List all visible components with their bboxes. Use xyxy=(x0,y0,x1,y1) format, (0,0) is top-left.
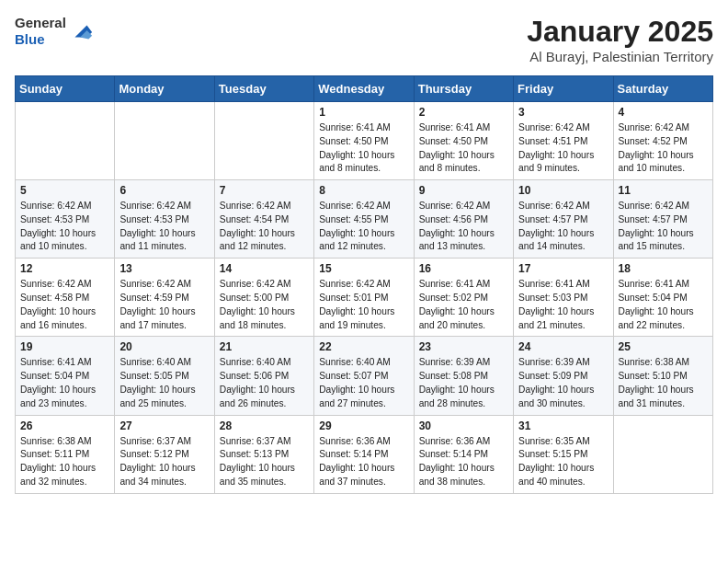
calendar-day-cell: 5Sunrise: 6:42 AM Sunset: 4:53 PM Daylig… xyxy=(16,180,115,259)
day-number: 21 xyxy=(220,340,309,353)
calendar-header-row: SundayMondayTuesdayWednesdayThursdayFrid… xyxy=(16,76,713,102)
calendar-week-row: 5Sunrise: 6:42 AM Sunset: 4:53 PM Daylig… xyxy=(16,180,713,259)
weekday-header: Tuesday xyxy=(214,76,313,102)
day-detail: Sunrise: 6:42 AM Sunset: 4:58 PM Dayligh… xyxy=(20,278,109,332)
day-detail: Sunrise: 6:42 AM Sunset: 4:59 PM Dayligh… xyxy=(119,278,209,332)
calendar-day-cell: 3Sunrise: 6:42 AM Sunset: 4:51 PM Daylig… xyxy=(514,102,613,180)
logo: General Blue xyxy=(15,15,94,48)
day-number: 7 xyxy=(220,184,309,197)
calendar-day-cell: 26Sunrise: 6:38 AM Sunset: 5:11 PM Dayli… xyxy=(16,415,115,493)
day-detail: Sunrise: 6:41 AM Sunset: 5:02 PM Dayligh… xyxy=(419,278,508,332)
day-detail: Sunrise: 6:38 AM Sunset: 5:10 PM Dayligh… xyxy=(619,356,708,410)
page-header: General Blue January 2025 Al Burayj, Pal… xyxy=(15,15,713,64)
day-number: 18 xyxy=(619,262,708,275)
calendar-day-cell: 19Sunrise: 6:41 AM Sunset: 5:04 PM Dayli… xyxy=(16,337,115,415)
day-detail: Sunrise: 6:38 AM Sunset: 5:11 PM Dayligh… xyxy=(20,435,109,489)
day-detail: Sunrise: 6:40 AM Sunset: 5:05 PM Dayligh… xyxy=(119,356,209,410)
day-number: 9 xyxy=(419,184,508,197)
day-number: 17 xyxy=(518,262,608,275)
day-detail: Sunrise: 6:40 AM Sunset: 5:06 PM Dayligh… xyxy=(220,356,309,410)
logo-general: General xyxy=(15,15,66,30)
calendar-title: January 2025 xyxy=(527,15,713,49)
calendar-day-cell: 12Sunrise: 6:42 AM Sunset: 4:58 PM Dayli… xyxy=(16,259,115,337)
calendar-day-cell: 22Sunrise: 6:40 AM Sunset: 5:07 PM Dayli… xyxy=(314,337,414,415)
calendar-day-cell xyxy=(16,102,115,180)
calendar-day-cell: 30Sunrise: 6:36 AM Sunset: 5:14 PM Dayli… xyxy=(414,415,513,493)
logo-blue: Blue xyxy=(15,31,45,47)
calendar-day-cell: 31Sunrise: 6:35 AM Sunset: 5:15 PM Dayli… xyxy=(514,415,613,493)
calendar-day-cell: 16Sunrise: 6:41 AM Sunset: 5:02 PM Dayli… xyxy=(414,259,513,337)
day-number: 6 xyxy=(119,184,209,197)
calendar-day-cell: 28Sunrise: 6:37 AM Sunset: 5:13 PM Dayli… xyxy=(214,415,313,493)
calendar-day-cell: 20Sunrise: 6:40 AM Sunset: 5:05 PM Dayli… xyxy=(115,337,214,415)
day-detail: Sunrise: 6:41 AM Sunset: 5:03 PM Dayligh… xyxy=(518,278,608,332)
day-detail: Sunrise: 6:42 AM Sunset: 4:57 PM Dayligh… xyxy=(619,200,708,254)
day-detail: Sunrise: 6:42 AM Sunset: 4:53 PM Dayligh… xyxy=(119,200,209,254)
day-detail: Sunrise: 6:41 AM Sunset: 5:04 PM Dayligh… xyxy=(20,356,109,410)
day-number: 3 xyxy=(518,106,608,119)
day-detail: Sunrise: 6:42 AM Sunset: 5:00 PM Dayligh… xyxy=(220,278,309,332)
day-detail: Sunrise: 6:37 AM Sunset: 5:13 PM Dayligh… xyxy=(220,435,309,489)
calendar-day-cell: 29Sunrise: 6:36 AM Sunset: 5:14 PM Dayli… xyxy=(314,415,414,493)
day-number: 10 xyxy=(518,184,608,197)
calendar-day-cell: 4Sunrise: 6:42 AM Sunset: 4:52 PM Daylig… xyxy=(613,102,712,180)
day-detail: Sunrise: 6:42 AM Sunset: 4:53 PM Dayligh… xyxy=(20,200,109,254)
day-detail: Sunrise: 6:35 AM Sunset: 5:15 PM Dayligh… xyxy=(518,435,608,489)
calendar-day-cell: 1Sunrise: 6:41 AM Sunset: 4:50 PM Daylig… xyxy=(314,102,414,180)
day-detail: Sunrise: 6:36 AM Sunset: 5:14 PM Dayligh… xyxy=(319,435,408,489)
day-detail: Sunrise: 6:37 AM Sunset: 5:12 PM Dayligh… xyxy=(119,435,209,489)
logo-icon xyxy=(68,18,94,44)
day-detail: Sunrise: 6:42 AM Sunset: 4:56 PM Dayligh… xyxy=(419,200,508,254)
weekday-header: Friday xyxy=(514,76,613,102)
day-number: 28 xyxy=(220,419,309,432)
day-detail: Sunrise: 6:40 AM Sunset: 5:07 PM Dayligh… xyxy=(319,356,408,410)
day-detail: Sunrise: 6:42 AM Sunset: 4:54 PM Dayligh… xyxy=(220,200,309,254)
weekday-header: Monday xyxy=(115,76,214,102)
day-number: 29 xyxy=(319,419,408,432)
day-detail: Sunrise: 6:42 AM Sunset: 4:51 PM Dayligh… xyxy=(518,121,608,176)
day-detail: Sunrise: 6:39 AM Sunset: 5:08 PM Dayligh… xyxy=(419,356,508,410)
calendar-week-row: 12Sunrise: 6:42 AM Sunset: 4:58 PM Dayli… xyxy=(16,259,713,337)
day-number: 31 xyxy=(518,419,608,432)
day-number: 11 xyxy=(619,184,708,197)
calendar-day-cell xyxy=(214,102,313,180)
day-detail: Sunrise: 6:42 AM Sunset: 4:52 PM Dayligh… xyxy=(619,121,708,176)
day-number: 26 xyxy=(20,419,109,432)
day-number: 12 xyxy=(20,262,109,275)
day-number: 5 xyxy=(20,184,109,197)
day-number: 24 xyxy=(518,340,608,353)
calendar-day-cell: 9Sunrise: 6:42 AM Sunset: 4:56 PM Daylig… xyxy=(414,180,513,259)
day-detail: Sunrise: 6:39 AM Sunset: 5:09 PM Dayligh… xyxy=(518,356,608,410)
calendar-day-cell: 25Sunrise: 6:38 AM Sunset: 5:10 PM Dayli… xyxy=(613,337,712,415)
calendar-day-cell: 23Sunrise: 6:39 AM Sunset: 5:08 PM Dayli… xyxy=(414,337,513,415)
day-number: 8 xyxy=(319,184,408,197)
day-number: 30 xyxy=(419,419,508,432)
calendar-day-cell: 18Sunrise: 6:41 AM Sunset: 5:04 PM Dayli… xyxy=(613,259,712,337)
weekday-header: Wednesday xyxy=(314,76,414,102)
calendar-week-row: 1Sunrise: 6:41 AM Sunset: 4:50 PM Daylig… xyxy=(16,102,713,180)
day-number: 14 xyxy=(220,262,309,275)
calendar-day-cell: 11Sunrise: 6:42 AM Sunset: 4:57 PM Dayli… xyxy=(613,180,712,259)
calendar-day-cell: 2Sunrise: 6:41 AM Sunset: 4:50 PM Daylig… xyxy=(414,102,513,180)
day-detail: Sunrise: 6:42 AM Sunset: 4:57 PM Dayligh… xyxy=(518,200,608,254)
weekday-header: Saturday xyxy=(613,76,712,102)
calendar-week-row: 26Sunrise: 6:38 AM Sunset: 5:11 PM Dayli… xyxy=(16,415,713,493)
day-number: 2 xyxy=(419,106,508,119)
calendar-day-cell: 21Sunrise: 6:40 AM Sunset: 5:06 PM Dayli… xyxy=(214,337,313,415)
calendar-subtitle: Al Burayj, Palestinian Territory xyxy=(527,49,713,64)
calendar-day-cell: 8Sunrise: 6:42 AM Sunset: 4:55 PM Daylig… xyxy=(314,180,414,259)
day-detail: Sunrise: 6:36 AM Sunset: 5:14 PM Dayligh… xyxy=(419,435,508,489)
calendar-table: SundayMondayTuesdayWednesdayThursdayFrid… xyxy=(15,75,713,494)
calendar-day-cell: 7Sunrise: 6:42 AM Sunset: 4:54 PM Daylig… xyxy=(214,180,313,259)
logo-text: General Blue xyxy=(15,15,66,48)
calendar-day-cell xyxy=(115,102,214,180)
calendar-day-cell: 17Sunrise: 6:41 AM Sunset: 5:03 PM Dayli… xyxy=(514,259,613,337)
weekday-header: Thursday xyxy=(414,76,513,102)
day-detail: Sunrise: 6:41 AM Sunset: 4:50 PM Dayligh… xyxy=(319,121,408,176)
calendar-day-cell: 24Sunrise: 6:39 AM Sunset: 5:09 PM Dayli… xyxy=(514,337,613,415)
calendar-day-cell: 10Sunrise: 6:42 AM Sunset: 4:57 PM Dayli… xyxy=(514,180,613,259)
day-number: 27 xyxy=(119,419,209,432)
calendar-day-cell xyxy=(613,415,712,493)
title-block: January 2025 Al Burayj, Palestinian Terr… xyxy=(527,15,713,64)
calendar-week-row: 19Sunrise: 6:41 AM Sunset: 5:04 PM Dayli… xyxy=(16,337,713,415)
